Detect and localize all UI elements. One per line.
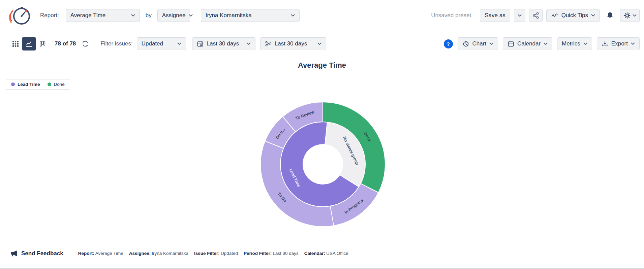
summary-calendar: Calendar:USA Office bbox=[304, 251, 348, 256]
chart-view-button[interactable] bbox=[22, 37, 36, 51]
metrics-button-label: Metrics bbox=[562, 40, 580, 47]
quick-tips-label: Quick Tips bbox=[561, 12, 588, 19]
send-feedback-label: Send Feedback bbox=[21, 250, 63, 257]
calendar-icon bbox=[508, 40, 514, 47]
legend-label: Lead Time bbox=[18, 82, 40, 87]
save-as-label: Save as bbox=[485, 12, 505, 19]
gear-icon bbox=[623, 12, 631, 19]
save-as-button[interactable]: Save as bbox=[480, 9, 510, 22]
app-logo bbox=[8, 3, 31, 28]
notifications-button[interactable] bbox=[604, 9, 616, 22]
quick-tips-button[interactable]: Quick Tips bbox=[546, 9, 600, 22]
settings-button[interactable] bbox=[620, 9, 640, 22]
calendar-clock-icon bbox=[197, 40, 204, 47]
view-toolbar: 78 of 78 Filter issues: Updated Last 30 … bbox=[0, 32, 644, 56]
chevron-down-icon bbox=[247, 42, 251, 45]
export-icon bbox=[602, 40, 608, 47]
chevron-down-icon bbox=[631, 42, 635, 45]
chart-title: Average Time bbox=[0, 61, 644, 70]
working-period-select[interactable]: Last 30 days bbox=[260, 37, 326, 50]
period-filter-value: Last 30 days bbox=[207, 40, 244, 47]
scissors-icon bbox=[265, 40, 272, 47]
legend-swatch-lead-time bbox=[11, 82, 15, 86]
board-icon bbox=[39, 40, 46, 47]
help-label: ? bbox=[447, 41, 450, 47]
metrics-button[interactable]: Metrics bbox=[557, 37, 592, 50]
export-button-label: Export bbox=[611, 40, 628, 47]
legend-item-done[interactable]: Done bbox=[48, 82, 65, 87]
stopwatch-logo-icon bbox=[8, 3, 31, 28]
toolbar-actions: ? Chart Calendar Metr bbox=[444, 37, 640, 50]
sunburst-chart: Lead TimeNo status groupDoneIn ProgressT… bbox=[249, 92, 397, 237]
filter-issues-label: Filter issues: bbox=[100, 40, 132, 47]
line-chart-icon bbox=[25, 40, 33, 47]
app-header: Report: Average Time by Assignee Iryna K… bbox=[0, 0, 644, 31]
export-button[interactable]: Export bbox=[597, 37, 640, 50]
legend-label: Done bbox=[54, 82, 65, 87]
legend-swatch-done bbox=[48, 82, 51, 86]
grid-view-button[interactable] bbox=[9, 37, 22, 51]
help-button[interactable]: ? bbox=[444, 39, 453, 48]
chevron-down-icon bbox=[633, 14, 637, 17]
pie-chart-icon bbox=[462, 40, 469, 47]
issue-count: 78 of 78 bbox=[55, 40, 76, 47]
report-type-select[interactable]: Average Time bbox=[66, 9, 140, 22]
assignee-value: Iryna Komarnitska bbox=[206, 12, 252, 19]
summary-report: Report:Average Time bbox=[78, 251, 123, 256]
chevron-down-icon bbox=[131, 14, 135, 17]
chart-legend: Lead Time Done bbox=[6, 79, 70, 90]
chevron-down-icon bbox=[291, 14, 295, 17]
calendar-button-label: Calendar bbox=[517, 40, 541, 47]
footer: Send Feedback Report:Average Time Assign… bbox=[0, 249, 644, 257]
report-type-value: Average Time bbox=[70, 12, 106, 19]
board-view-button[interactable] bbox=[36, 37, 49, 51]
legend-item-lead-time[interactable]: Lead Time bbox=[11, 82, 40, 87]
send-feedback-button[interactable]: Send Feedback bbox=[10, 249, 63, 257]
preset-status: Unsaved preset bbox=[431, 12, 471, 19]
issue-filter-value: Updated bbox=[142, 40, 163, 47]
working-period-value: Last 30 days bbox=[275, 40, 314, 47]
refresh-button[interactable] bbox=[79, 37, 92, 50]
chevron-down-icon bbox=[177, 42, 181, 45]
grid-icon bbox=[12, 40, 19, 47]
save-options-button[interactable] bbox=[514, 9, 525, 22]
group-by-value: Assignee bbox=[162, 12, 186, 19]
by-label: by bbox=[146, 12, 152, 19]
assignee-select[interactable]: Iryna Komarnitska bbox=[201, 9, 300, 22]
chevron-down-icon bbox=[544, 42, 548, 45]
quick-tips-icon bbox=[551, 12, 558, 19]
refresh-icon bbox=[82, 40, 89, 47]
chevron-down-icon bbox=[489, 42, 493, 45]
group-by-select[interactable]: Assignee bbox=[157, 9, 190, 22]
chevron-down-icon bbox=[591, 14, 595, 17]
chevron-down-icon bbox=[518, 14, 522, 17]
issue-filter-select[interactable]: Updated bbox=[137, 37, 186, 50]
share-icon bbox=[532, 12, 540, 19]
report-label: Report: bbox=[40, 12, 59, 19]
megaphone-icon bbox=[10, 249, 18, 257]
calendar-button[interactable]: Calendar bbox=[503, 37, 552, 50]
share-button[interactable] bbox=[529, 9, 543, 22]
chevron-down-icon bbox=[317, 42, 321, 45]
summary-period-filter: Period Filter:Last 30 days bbox=[244, 251, 299, 256]
summary-issue-filter: Issue Filter:Updated bbox=[194, 251, 238, 256]
period-filter-select[interactable]: Last 30 days bbox=[192, 37, 255, 50]
chevron-down-icon bbox=[189, 14, 193, 17]
chevron-down-icon bbox=[583, 42, 587, 45]
summary-assignee: Assignee:Iryna Komarnitska bbox=[129, 251, 188, 256]
header-actions: Unsaved preset Save as Quick Tips bbox=[431, 9, 640, 22]
bell-icon bbox=[606, 11, 614, 20]
chart-type-button[interactable]: Chart bbox=[458, 37, 498, 50]
report-summary: Report:Average Time Assignee:Iryna Komar… bbox=[78, 251, 348, 256]
chart-button-label: Chart bbox=[472, 40, 487, 47]
